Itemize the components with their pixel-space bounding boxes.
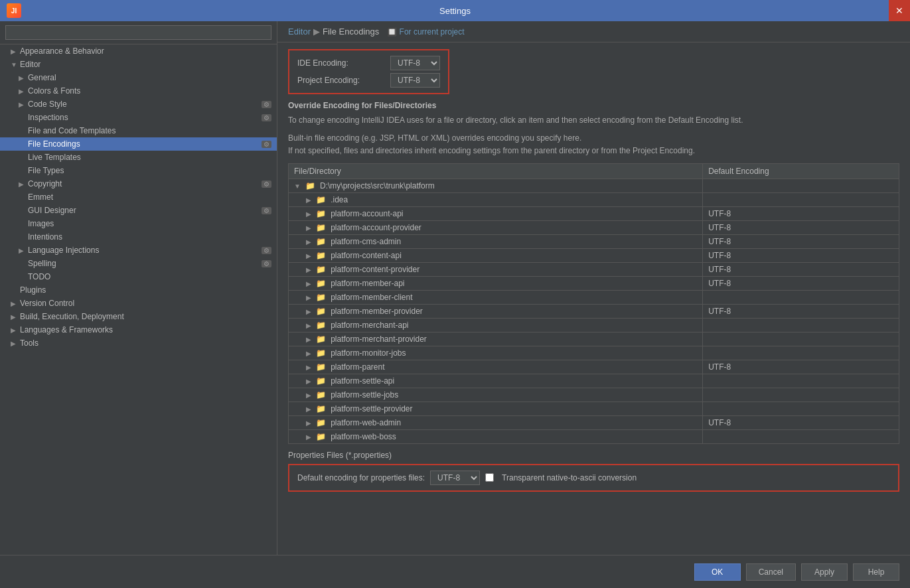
row-arrow-icon: ▶ <box>306 350 313 357</box>
sidebar-item-inspections[interactable]: Inspections⚙ <box>0 111 277 124</box>
table-row[interactable]: ▶ 📁 platform-web-adminUTF-8 <box>289 415 899 429</box>
arrow-icon: ▶ <box>11 300 19 307</box>
ide-encoding-select[interactable]: UTF-8 <box>390 56 440 70</box>
sidebar-item-label: Spelling <box>28 259 56 268</box>
encoding-cell <box>703 429 899 443</box>
sidebar-badge: ⚙ <box>262 114 271 121</box>
properties-section: Properties Files (*.properties) Default … <box>288 451 899 492</box>
encoding-cell <box>703 388 899 402</box>
table-row[interactable]: ▶ 📁 platform-parentUTF-8 <box>289 360 899 374</box>
apply-button[interactable]: Apply <box>801 563 848 581</box>
table-row[interactable]: ▶ 📁 platform-content-apiUTF-8 <box>289 248 899 262</box>
file-name: platform-settle-api <box>331 376 394 386</box>
properties-encoding-select[interactable]: UTF-8 <box>430 471 480 485</box>
sidebar-badge: ⚙ <box>262 207 271 214</box>
sidebar-item-label: GUI Designer <box>28 206 76 215</box>
sidebar-item-intentions[interactable]: Intentions <box>0 230 277 244</box>
close-button[interactable]: ✕ <box>889 0 910 21</box>
sidebar-item-live-templates[interactable]: Live Templates <box>0 151 277 164</box>
sidebar-item-plugins[interactable]: Plugins <box>0 283 277 297</box>
encoding-cell: UTF-8 <box>703 206 899 220</box>
sidebar-item-tools[interactable]: ▶Tools <box>0 336 277 350</box>
sidebar-item-label: TODO <box>28 272 50 281</box>
sidebar-item-appearance[interactable]: ▶Appearance & Behavior <box>0 44 277 58</box>
folder-icon: 📁 <box>316 195 328 204</box>
sidebar-item-languages-frameworks[interactable]: ▶Languages & Frameworks <box>0 323 277 336</box>
table-row[interactable]: ▶ 📁 .idea <box>289 192 899 206</box>
sidebar-item-label: Copyright <box>28 179 62 188</box>
table-row[interactable]: ▶ 📁 platform-settle-api <box>289 374 899 388</box>
native-ascii-checkbox[interactable] <box>485 473 494 482</box>
sidebar-item-file-encodings[interactable]: File Encodings⚙ <box>0 137 277 151</box>
table-row[interactable]: ▶ 📁 platform-monitor-jobs <box>289 346 899 360</box>
search-input[interactable] <box>5 25 271 40</box>
file-cell: ▶ 📁 platform-member-client <box>289 290 703 304</box>
row-arrow-icon: ▶ <box>306 252 313 259</box>
folder-icon: 📁 <box>316 265 328 274</box>
arrow-icon: ▶ <box>19 181 27 188</box>
sidebar-item-build-execution[interactable]: ▶Build, Execution, Deployment <box>0 310 277 323</box>
table-row[interactable]: ▶ 📁 platform-member-client <box>289 290 899 304</box>
row-arrow-icon: ▼ <box>294 183 303 190</box>
project-encoding-select[interactable]: UTF-8 <box>390 73 440 88</box>
app-logo: JI <box>7 3 21 18</box>
table-row[interactable]: ▶ 📁 platform-settle-provider <box>289 402 899 415</box>
row-arrow-icon: ▶ <box>306 308 313 315</box>
row-arrow-icon: ▶ <box>306 322 313 329</box>
sidebar-item-file-types[interactable]: File Types <box>0 164 277 177</box>
sidebar-item-language-injections[interactable]: ▶Language Injections⚙ <box>0 244 277 257</box>
folder-icon: 📁 <box>316 334 328 344</box>
row-arrow-icon: ▶ <box>306 266 313 273</box>
file-cell: ▶ 📁 platform-member-api <box>289 276 703 290</box>
file-name: platform-account-provider <box>331 223 421 232</box>
encoding-cell: UTF-8 <box>703 304 899 318</box>
table-row[interactable]: ▶ 📁 platform-cms-adminUTF-8 <box>289 234 899 248</box>
file-cell: ▶ 📁 platform-settle-api <box>289 374 703 388</box>
row-arrow-icon: ▶ <box>306 364 313 371</box>
sidebar-item-emmet[interactable]: Emmet <box>0 190 277 204</box>
sidebar-item-label: Appearance & Behavior <box>20 46 104 56</box>
sidebar-item-editor[interactable]: ▼Editor <box>0 58 277 71</box>
sidebar-item-label: General <box>28 73 56 82</box>
sidebar-item-todo[interactable]: TODO <box>0 270 277 283</box>
sidebar-item-images[interactable]: Images <box>0 217 277 230</box>
file-name: platform-web-boss <box>331 432 396 441</box>
table-row[interactable]: ▶ 📁 platform-merchant-provider <box>289 332 899 346</box>
table-row[interactable]: ▶ 📁 platform-member-apiUTF-8 <box>289 276 899 290</box>
help-button[interactable]: Help <box>853 563 899 581</box>
encoding-cell <box>703 402 899 415</box>
table-row[interactable]: ▶ 📁 platform-merchant-api <box>289 318 899 332</box>
sidebar-item-general[interactable]: ▶General <box>0 71 277 84</box>
window-title: Settings <box>439 6 471 16</box>
sidebar-item-file-code-templates[interactable]: File and Code Templates <box>0 124 277 137</box>
table-row[interactable]: ▶ 📁 platform-account-providerUTF-8 <box>289 220 899 234</box>
folder-icon: 📁 <box>305 181 317 190</box>
sidebar-item-spelling[interactable]: Spelling⚙ <box>0 257 277 270</box>
search-box <box>0 21 277 44</box>
sidebar-item-label: Emmet <box>28 192 53 202</box>
file-name: platform-web-admin <box>331 418 401 427</box>
override-desc1: To change encoding IntelliJ IDEA uses fo… <box>288 114 899 127</box>
override-desc2: Built-in file encoding (e.g. JSP, HTML o… <box>288 132 899 157</box>
row-arrow-icon: ▶ <box>306 378 313 385</box>
cancel-button[interactable]: Cancel <box>746 563 796 581</box>
row-arrow-icon: ▶ <box>306 196 313 204</box>
encoding-cell <box>703 192 899 206</box>
folder-icon: 📁 <box>316 390 328 400</box>
ok-button[interactable]: OK <box>694 563 741 581</box>
sidebar-badge: ⚙ <box>262 101 271 108</box>
row-arrow-icon: ▶ <box>306 224 313 232</box>
sidebar-item-colors-fonts[interactable]: ▶Colors & Fonts <box>0 84 277 98</box>
sidebar-item-copyright[interactable]: ▶Copyright⚙ <box>0 177 277 190</box>
file-cell: ▶ 📁 platform-content-provider <box>289 262 703 276</box>
sidebar-item-gui-designer[interactable]: GUI Designer⚙ <box>0 204 277 217</box>
sidebar-item-label: File Encodings <box>28 139 80 149</box>
sidebar-item-version-control[interactable]: ▶Version Control <box>0 297 277 310</box>
table-row[interactable]: ▼ 📁 D:\my\projects\src\trunk\platform <box>289 179 899 192</box>
table-row[interactable]: ▶ 📁 platform-account-apiUTF-8 <box>289 206 899 220</box>
sidebar-item-code-style[interactable]: ▶Code Style⚙ <box>0 98 277 111</box>
table-row[interactable]: ▶ 📁 platform-settle-jobs <box>289 388 899 402</box>
table-row[interactable]: ▶ 📁 platform-web-boss <box>289 429 899 443</box>
table-row[interactable]: ▶ 📁 platform-content-providerUTF-8 <box>289 262 899 276</box>
table-row[interactable]: ▶ 📁 platform-member-providerUTF-8 <box>289 304 899 318</box>
